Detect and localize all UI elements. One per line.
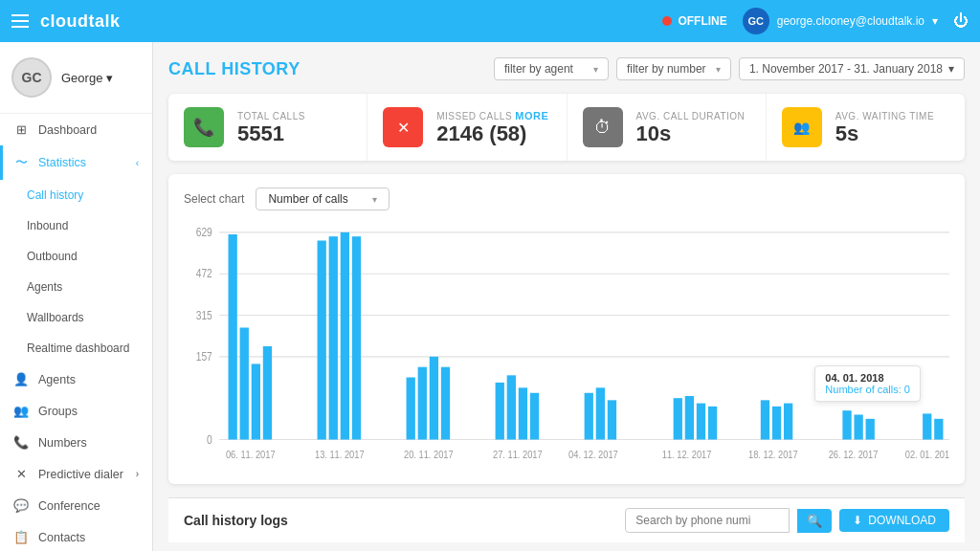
waiting-icon: 👥 [782,107,822,147]
call-history-logs-bar: Call history logs 🔍 ⬇ DOWNLOAD [168,497,965,542]
svg-rect-19 [418,367,427,440]
stat-info: TOTAL CALLS 5551 [237,111,305,144]
search-button[interactable]: 🔍 [797,509,832,533]
date-range-picker[interactable]: 1. November 2017 - 31. January 2018 ▾ [739,57,965,80]
sidebar-item-label: Realtime dashboard [27,342,129,355]
sidebar-item-outbound[interactable]: Outbound [0,241,152,272]
sidebar-item-agents[interactable]: 👤 Agents [0,364,152,395]
filter-by-agent[interactable]: filter by agent ▾ [494,57,609,80]
main-layout: GC George ▾ ⊞ Dashboard 〜 Statistics ‹ C… [0,42,980,551]
chevron-down-icon: ▾ [372,194,377,205]
svg-rect-23 [507,375,516,439]
sidebar-user: GC George ▾ [0,42,152,114]
svg-rect-13 [263,346,272,440]
svg-text:315: 315 [196,309,212,321]
svg-rect-37 [854,415,862,440]
svg-rect-39 [923,413,931,439]
stat-label: AVG. CALL DURATION [636,111,746,121]
chevron-down-icon: ▾ [593,64,598,75]
sidebar: GC George ▾ ⊞ Dashboard 〜 Statistics ‹ C… [0,42,153,551]
sidebar-item-label: Groups [38,405,78,418]
svg-rect-40 [934,419,943,440]
svg-rect-22 [496,383,504,440]
sidebar-item-label: Agents [27,280,62,294]
sidebar-item-wallboards[interactable]: Wallboards [0,302,152,333]
svg-rect-25 [530,393,539,440]
svg-rect-20 [430,357,438,440]
chart-controls: Select chart Number of calls ▾ [184,187,949,210]
svg-rect-17 [352,236,361,439]
sidebar-item-predictive[interactable]: ✕ Predictive dialer › [0,458,152,490]
timer-icon: ⏱ [583,107,623,147]
sidebar-item-label: Outbound [27,250,78,263]
svg-rect-21 [441,367,450,440]
contacts-icon: 📋 [13,530,29,544]
sidebar-item-groups[interactable]: 👥 Groups [0,395,152,427]
chevron-down-icon: ▾ [948,62,954,76]
sidebar-item-label: Conference [38,499,100,513]
logs-title: Call history logs [184,513,288,528]
svg-rect-18 [407,378,415,440]
phone-icon: 📞 [184,107,224,147]
stat-value: 5s [835,123,934,144]
more-link[interactable]: MORE [515,110,548,121]
chart-tooltip: 04. 01. 2018 Number of calls: 0 [814,365,921,402]
filter-by-number[interactable]: filter by number ▾ [616,57,731,80]
chart-section: Select chart Number of calls ▾ 629 472 [168,174,965,484]
stat-label: MISSED CALLS MORE [436,110,548,121]
stat-label: TOTAL CALLS [237,111,305,121]
sidebar-item-conference[interactable]: 💬 Conference [0,490,152,521]
svg-text:18. 12. 2017: 18. 12. 2017 [748,449,798,460]
svg-text:13. 11. 2017: 13. 11. 2017 [315,449,365,460]
sidebar-item-label: Statistics [38,156,86,169]
sidebar-item-statistics[interactable]: 〜 Statistics ‹ [0,145,152,180]
page-header: CALL HISTORY filter by agent ▾ filter by… [168,57,965,80]
avatar: GC [11,57,52,98]
stat-missed-calls: ✕ MISSED CALLS MORE 2146 (58) [368,94,567,161]
svg-rect-14 [318,241,326,440]
chevron-down-icon: ▾ [932,14,938,28]
sidebar-item-label: Inbound [27,219,68,232]
svg-text:04. 12. 2017: 04. 12. 2017 [568,449,618,460]
statistics-icon: 〜 [13,154,29,171]
svg-rect-29 [674,398,682,439]
sidebar-item-label: Call history [27,188,83,202]
svg-rect-36 [842,410,851,439]
power-icon[interactable]: ⏻ [953,12,969,30]
filters: filter by agent ▾ filter by number ▾ 1. … [494,57,965,80]
download-button[interactable]: ⬇ DOWNLOAD [839,509,949,532]
sidebar-item-label: Agents [38,373,76,386]
sidebar-item-realtime[interactable]: Realtime dashboard [0,333,152,364]
user-menu[interactable]: GC george.clooney@cloudtalk.io ▾ [743,8,938,34]
chart-type-select[interactable]: Number of calls ▾ [256,187,390,210]
sidebar-item-label: Dashboard [38,123,97,137]
hamburger-menu[interactable] [11,14,29,28]
svg-text:27. 11. 2017: 27. 11. 2017 [493,449,543,460]
stat-value: 5551 [237,123,305,144]
logo: cloudtalk [40,11,121,32]
status-label: OFFLINE [678,14,726,28]
sidebar-item-dashboard[interactable]: ⊞ Dashboard [0,114,152,145]
chevron-icon: ‹ [136,158,139,168]
sidebar-item-call-history[interactable]: Call history [0,180,152,210]
svg-rect-10 [229,234,237,440]
search-input[interactable] [625,508,790,533]
sidebar-item-inbound[interactable]: Inbound [0,210,152,241]
sidebar-username[interactable]: George ▾ [61,71,113,85]
stat-total-calls: 📞 TOTAL CALLS 5551 [168,94,368,161]
sidebar-item-agents-sub[interactable]: Agents [0,272,152,302]
sidebar-item-contacts[interactable]: 📋 Contacts [0,521,152,551]
svg-rect-28 [608,400,616,439]
svg-text:629: 629 [196,226,212,238]
missed-calls-icon: ✕ [383,107,423,147]
svg-rect-26 [585,393,593,440]
svg-text:02. 01. 2018: 02. 01. 2018 [905,449,949,460]
chevron-down-icon: ▾ [716,64,721,75]
stat-value: 10s [636,123,746,144]
svg-text:157: 157 [196,350,212,363]
svg-rect-31 [697,404,705,440]
stat-avg-duration: ⏱ AVG. CALL DURATION 10s [568,94,767,161]
stat-info: AVG. WAITING TIME 5s [835,111,934,144]
svg-rect-24 [519,387,527,439]
sidebar-item-numbers[interactable]: 📞 Numbers [0,427,152,458]
